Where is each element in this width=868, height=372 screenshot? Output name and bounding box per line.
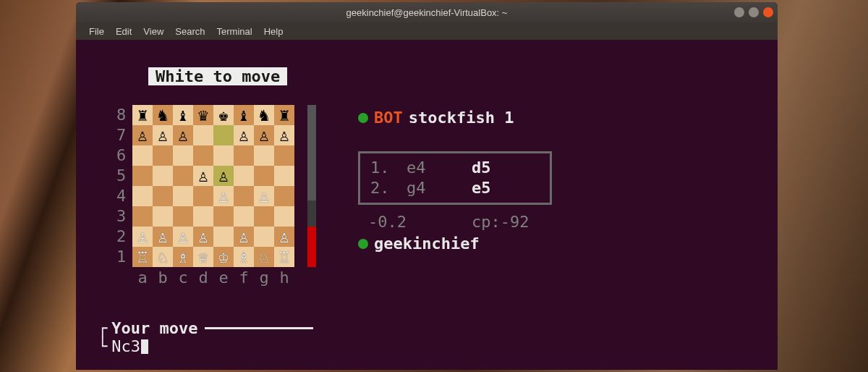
rank-label: 4 [116,186,126,206]
menu-help[interactable]: Help [258,26,289,37]
square: ♝ [173,105,193,125]
chessboard: 87654321 ♜♞♝♛♚♝♞♜♙♙♙♙♙♙♙♙♙♙♙♙♙♙♙♙♖♘♗♕♔♗♘… [132,105,294,267]
input-value[interactable]: Nc3 [111,337,140,355]
square [132,186,153,206]
square: ♙ [274,125,294,145]
square: ♙ [193,227,213,247]
rank-label: 8 [116,105,126,125]
file-label: f [234,269,254,287]
online-dot-icon [358,113,368,123]
square [153,186,173,206]
square: ♙ [193,166,213,186]
square: ♙ [132,227,153,247]
eval-cp: cp:-92 [472,212,529,232]
eval-bar-bottom [307,227,316,267]
square: ♖ [274,247,294,267]
window-buttons [734,7,773,17]
file-label: e [213,269,234,287]
square: ♖ [132,247,153,267]
square: ♙ [153,227,173,247]
move-number: 2. [370,178,407,198]
move-white: g4 [407,178,472,198]
square: ♙ [234,125,254,145]
square: ♙ [132,125,153,145]
move-row: 1.e4d5 [370,158,540,178]
square [193,145,213,166]
file-label: h [274,269,294,287]
file-label: d [193,269,213,287]
menu-view[interactable]: View [137,26,169,37]
file-label: c [173,269,193,287]
move-number: 1. [370,158,407,178]
terminal-window: geekinchief@geekinchief-VirtualBox: ~ Fi… [76,2,778,370]
menubar: File Edit View Search Terminal Help [76,22,778,40]
bracket-corner-icon: └ [98,337,107,355]
square: ♔ [213,247,234,267]
rank-label: 6 [116,145,126,166]
info-panel: BOT stockfish 1 1.e4d52.g4e5 -0.2 cp:-92… [358,108,552,254]
square: ♜ [132,105,153,125]
window-titlebar[interactable]: geekinchief@geekinchief-VirtualBox: ~ [76,2,778,22]
square [132,206,153,227]
square: ♙ [173,227,193,247]
square [213,227,234,247]
bracket-corner-icon: ┌ [98,319,107,337]
square [213,145,234,166]
square [254,206,274,227]
text-cursor [141,339,148,354]
player-bottom-row: geekinchief [358,234,552,254]
eval-bar-top [307,105,316,200]
input-divider [205,327,313,329]
square [173,186,193,206]
square [173,206,193,227]
square [254,145,274,166]
square [193,125,213,145]
rank-label: 3 [116,206,126,227]
square [234,186,254,206]
eval-bar [307,105,316,267]
menu-file[interactable]: File [83,26,110,37]
square [254,227,274,247]
square: ♙ [254,125,274,145]
square [234,145,254,166]
square [254,166,274,186]
move-input[interactable]: ┌ Your move └ Nc3 [98,319,313,355]
minimize-button[interactable] [734,7,744,17]
bot-tag: BOT [374,108,403,128]
square [173,145,193,166]
moves-box: 1.e4d52.g4e5 [358,151,552,205]
board-grid: ♜♞♝♛♚♝♞♜♙♙♙♙♙♙♙♙♙♙♙♙♙♙♙♙♖♘♗♕♔♗♘♖ [132,105,294,267]
square [234,206,254,227]
terminal-body[interactable]: White to move 87654321 ♜♞♝♛♚♝♞♜♙♙♙♙♙♙♙♙♙… [76,40,778,370]
square: ♙ [274,227,294,247]
menu-search[interactable]: Search [169,26,210,37]
square: ♝ [234,105,254,125]
square [153,206,173,227]
move-black: e5 [472,178,522,198]
square: ♘ [254,247,274,267]
square [213,125,234,145]
move-black: d5 [472,158,522,178]
square: ♜ [274,105,294,125]
square: ♙ [234,227,254,247]
square: ♘ [153,247,173,267]
square: ♗ [173,247,193,267]
square: ♕ [193,247,213,267]
menu-edit[interactable]: Edit [110,26,137,37]
square [132,166,153,186]
player-top-row: BOT stockfish 1 [358,108,552,128]
square [213,206,234,227]
rank-label: 5 [116,166,126,186]
square: ♞ [254,105,274,125]
close-button[interactable] [763,7,773,17]
eval-score: -0.2 [368,212,407,232]
square: ♙ [254,186,274,206]
square: ♗ [234,247,254,267]
game-status: White to move [148,67,287,85]
move-white: e4 [407,158,472,178]
eval-bar-mid [307,200,316,227]
square [274,145,294,166]
player-bottom-name: geekinchief [374,234,480,254]
menu-terminal[interactable]: Terminal [211,26,258,37]
maximize-button[interactable] [749,7,759,17]
